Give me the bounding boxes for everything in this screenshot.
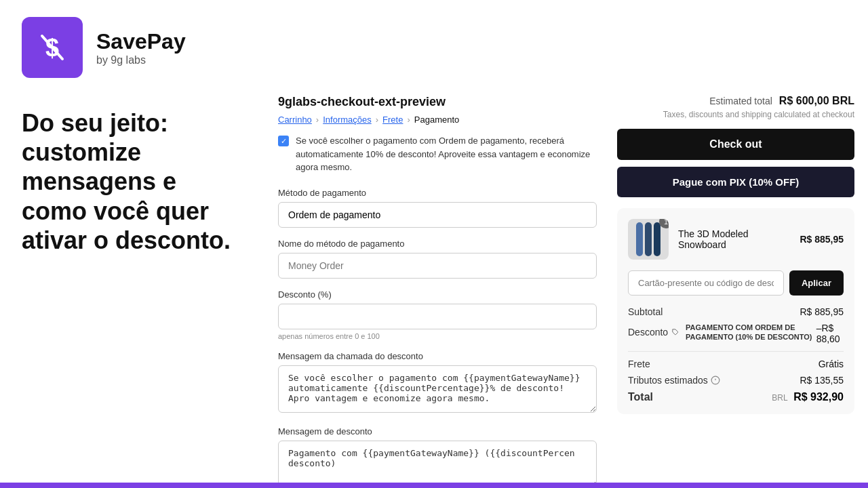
center-panel: 9glabs-checkout-ext-preview Carrinho › I… — [264, 95, 610, 483]
total-currency: BRL — [772, 393, 787, 403]
subtotal-value: R$ 885,95 — [800, 306, 844, 317]
discount-message-textarea[interactable]: Pagamento com {{paymentGatewayName}} ({{… — [278, 441, 597, 483]
discount-code-row: Aplicar — [628, 270, 844, 296]
product-name: The 3D Modeled Snowboard — [678, 228, 790, 250]
board-3 — [654, 222, 660, 256]
taxes-label: Tributos estimados — [628, 375, 708, 386]
breadcrumb-sep-3: › — [407, 115, 410, 125]
breadcrumb-sep-1: › — [316, 115, 319, 125]
shipping-value: Grátis — [818, 359, 844, 369]
discount-message-label: Mensagem de desconto — [278, 426, 597, 436]
pix-button[interactable]: Pague com PIX (10% OFF) — [617, 167, 854, 197]
notice-checkbox[interactable]: ✓ — [278, 136, 289, 146]
shipping-label: Frete — [628, 359, 650, 369]
marketing-section: Do seu jeito: customize mensagens e como… — [0, 95, 264, 483]
breadcrumb-pagamento: Pagamento — [414, 115, 460, 125]
discount-badge-row: Desconto PAGAMENTO COM ORDEM DE PAGAMENT… — [628, 323, 816, 342]
discount-section: Desconto (%) 10 apenas números entre 0 e… — [278, 289, 597, 340]
product-badge: 1 — [659, 219, 669, 228]
right-panel: Estimated total R$ 600,00 BRL Taxes, dis… — [610, 95, 868, 483]
message-textarea[interactable]: Se você escolher o pagamento com {{payme… — [278, 365, 597, 413]
taxes-value: R$ 135,55 — [800, 375, 844, 386]
taxes-row: Tributos estimados R$ 135,55 — [628, 375, 844, 386]
payment-method-select[interactable]: Ordem de pagamento — [278, 202, 597, 228]
subtotal-row: Subtotal R$ 885,95 — [628, 306, 844, 317]
breadcrumb-carrinho[interactable]: Carrinho — [278, 115, 312, 125]
product-card: 1 The 3D Modeled Snowboard R$ 885,95 Apl… — [617, 208, 854, 414]
board-1 — [636, 222, 643, 256]
breadcrumb-sep-2: › — [376, 115, 378, 125]
product-image: 1 — [628, 219, 669, 260]
estimated-label: Estimated total — [709, 96, 772, 106]
logo-icon: $ — [35, 30, 69, 64]
notice-box: ✓ Se você escolher o pagamento com Ordem… — [278, 134, 597, 174]
notice-text: Se você escolher o pagamento com Ordem d… — [296, 134, 597, 174]
info-icon — [711, 375, 720, 385]
message-label: Mensagem da chamada do desconto — [278, 351, 597, 361]
message-section: Mensagem da chamada do desconto Se você … — [278, 351, 597, 415]
logo-box: $ — [22, 17, 83, 78]
apply-button[interactable]: Aplicar — [789, 270, 844, 296]
logo-subtitle: by 9g labs — [96, 54, 186, 66]
discount-input[interactable]: 10 — [278, 304, 597, 329]
payment-name-input[interactable] — [278, 253, 597, 279]
discount-value: –R$ 88,60 — [816, 323, 844, 344]
marketing-text: Do seu jeito: customize mensagens e como… — [22, 108, 243, 255]
store-name: 9glabs-checkout-ext-preview — [278, 95, 597, 109]
discount-hint: apenas números entre 0 e 100 — [278, 332, 597, 340]
logo-text: SavePay by 9g labs — [96, 29, 186, 66]
payment-method-section: Método de pagamento Ordem de pagamento — [278, 188, 597, 228]
discount-label: Desconto (%) — [278, 289, 597, 300]
shipping-row: Frete Grátis — [628, 359, 844, 369]
subtotal-label: Subtotal — [628, 306, 663, 317]
discount-code-input[interactable] — [628, 270, 784, 296]
total-row: Total BRL R$ 932,90 — [628, 391, 844, 403]
summary-divider — [628, 351, 844, 352]
product-row: 1 The 3D Modeled Snowboard R$ 885,95 — [628, 219, 844, 260]
discount-row: Desconto PAGAMENTO COM ORDEM DE PAGAMENT… — [628, 323, 844, 344]
logo-title: SavePay — [96, 29, 186, 54]
discount-message-section: Mensagem de desconto Pagamento com {{pay… — [278, 426, 597, 483]
total-label: Total — [628, 391, 653, 403]
breadcrumb-informacoes[interactable]: Informações — [323, 115, 372, 125]
checkout-button[interactable]: Check out — [617, 129, 854, 160]
payment-name-section: Nome do método de pagamento — [278, 239, 597, 279]
board-2 — [645, 222, 652, 256]
estimated-total-row: Estimated total R$ 600,00 BRL — [617, 95, 854, 107]
bottom-bar — [0, 483, 868, 488]
header: $ SavePay by 9g labs — [0, 0, 868, 95]
tag-icon — [672, 326, 679, 338]
main-content: Do seu jeito: customize mensagens e como… — [0, 95, 868, 483]
total-value-group: BRL R$ 932,90 — [772, 391, 844, 403]
breadcrumb-frete[interactable]: Frete — [382, 115, 403, 125]
product-price: R$ 885,95 — [800, 234, 844, 245]
payment-name-label: Nome do método de pagamento — [278, 239, 597, 249]
estimated-value: R$ 600,00 BRL — [779, 95, 854, 107]
payment-method-label: Método de pagamento — [278, 188, 597, 198]
discount-label-sum: Desconto — [628, 327, 668, 338]
taxes-note: Taxes, discounts and shipping calculated… — [617, 110, 854, 119]
breadcrumb: Carrinho › Informações › Frete › Pagamen… — [278, 115, 597, 125]
total-value: R$ 932,90 — [793, 391, 844, 403]
promo-text: PAGAMENTO COM ORDEM DE PAGAMENTO (10% DE… — [686, 323, 816, 342]
snowboard-visual — [636, 222, 660, 256]
